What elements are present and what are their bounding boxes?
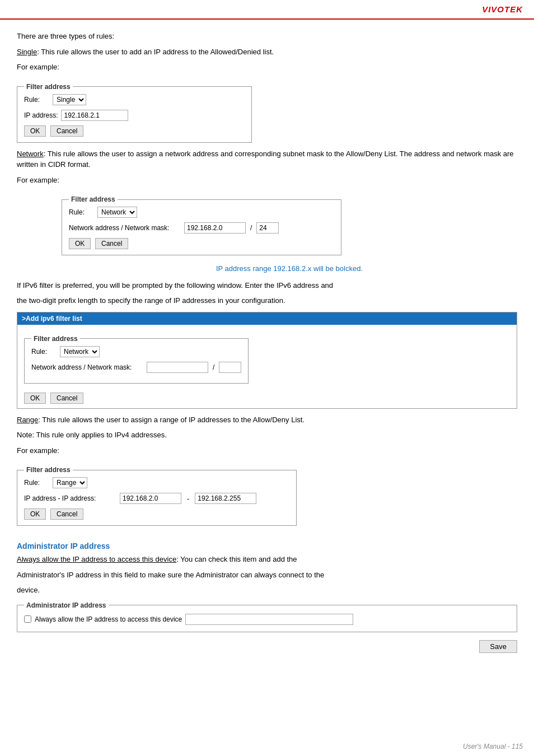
ipv6-slash: / [213,363,214,371]
intro-for-example: For example: [17,62,517,73]
range-label: Range [17,416,38,424]
ipv6-addr-label: Network address / Network mask: [31,363,143,371]
network-addr-label: Network address / Network mask: [69,224,181,232]
network-desc-para: Network: This rule allows the user to as… [17,148,517,170]
single-cancel-button[interactable]: Cancel [50,125,83,137]
ipv6-btn-row: OK Cancel [24,393,510,404]
network-desc: : This rule allows the user to assign a … [17,150,514,169]
ipv6-rule-row: Rule: Network [31,346,241,357]
range-note-label: Note [17,431,32,439]
range-filter-legend: Filter address [24,466,73,474]
range-ip-row: IP address - IP address: - [24,493,289,504]
intro-line1: There are three types of rules: [17,31,517,42]
admin-checkbox-label: Always allow the IP address to access th… [35,615,182,623]
network-for-example: For example: [17,175,517,186]
ipv6-addr-input[interactable] [147,362,208,373]
single-rule-label: Rule: [24,96,49,104]
save-button[interactable]: Save [479,640,517,653]
range-ok-button[interactable]: OK [24,508,46,520]
ipv6-desc-line1: If IPv6 filter is preferred, you will be… [17,280,517,291]
network-btn-row: OK Cancel [69,238,334,249]
range-ip-to-input[interactable] [195,493,256,504]
network-slash: / [250,224,252,232]
single-ip-row: IP address: [24,110,245,121]
admin-desc-line3: device. [17,585,517,596]
network-addr-input[interactable] [184,222,246,234]
range-note-desc: : This rule only applies to IPv4 address… [32,431,166,439]
network-cancel-button[interactable]: Cancel [95,238,128,249]
network-rule-label: Rule: [69,208,94,216]
single-desc: : This rule allows the user to add an IP… [37,48,274,56]
footer: User's Manual - 115 [463,743,523,750]
network-rule-select[interactable]: Network [97,207,137,218]
range-ip-from-input[interactable] [120,493,181,504]
single-ip-input[interactable] [61,110,128,121]
ipv6-mask-input[interactable] [219,362,241,373]
admin-desc-colon: : You can check this item and add the [176,555,297,563]
brand-logo: VIVOTEK [482,4,523,14]
ipv6-desc-line2: the two-digit prefix length to specify t… [17,295,517,306]
admin-ip-legend: Administrator IP address [24,601,109,609]
network-mask-input[interactable] [256,222,279,234]
range-cancel-button[interactable]: Cancel [50,508,83,520]
ipv6-filter-legend: Filter address [31,335,80,343]
network-ok-button[interactable]: OK [69,238,91,249]
network-addr-row: Network address / Network mask: / [69,222,334,234]
single-filter-box: Filter address Rule: Single IP address: … [17,83,252,143]
range-desc: : This rule allows the user to assign a … [38,416,305,424]
range-rule-row: Rule: Range [24,477,289,488]
range-note-para: Note: This rule only applies to IPv4 add… [17,430,517,441]
range-filter-box: Filter address Rule: Range IP address - … [17,466,297,526]
admin-desc-para: Always allow the IP address to access th… [17,554,517,565]
single-rule-select[interactable]: Single [53,94,86,105]
network-filter-box: Filter address Rule: Network Network add… [62,195,341,255]
single-ip-label: IP address: [24,111,58,119]
header: VIVOTEK [0,0,534,20]
single-rule-row: Rule: Single [24,94,245,105]
range-rule-label: Rule: [24,479,49,487]
intro-single-desc: Single: This rule allows the user to add… [17,46,517,58]
network-label: Network [17,150,44,158]
ipv6-bar: >Add ipv6 filter list [17,312,517,325]
admin-desc-line2: Administrator's IP address in this field… [17,570,517,581]
ipv6-section: >Add ipv6 filter list Filter address Rul… [17,312,517,409]
range-desc-para: Range: This rule allows the user to assi… [17,414,517,426]
admin-ip-box: Administrator IP address Always allow th… [17,601,517,632]
range-for-example: For example: [17,445,517,456]
admin-always-checkbox[interactable] [24,615,31,623]
ipv6-filter-box: Filter address Rule: Network Network add… [24,335,249,384]
network-rule-row: Rule: Network [69,207,334,218]
admin-ip-text-input[interactable] [185,614,353,625]
range-dash: - [187,494,189,503]
network-example-label: For example: [17,176,59,184]
admin-section-title: Administrator IP address [17,542,517,550]
admin-always-label: Always allow the IP address to access th… [17,555,176,563]
ipv6-cancel-button[interactable]: Cancel [50,393,83,404]
single-label: Single [17,48,37,56]
ipv6-rule-label: Rule: [31,348,57,356]
network-filter-indented: Filter address Rule: Network Network add… [62,190,517,274]
range-btn-row: OK Cancel [24,508,289,520]
ipv6-ok-button[interactable]: OK [24,393,46,404]
save-row: Save [17,640,517,653]
footer-text: User's Manual - 115 [463,743,523,750]
single-btn-row: OK Cancel [24,125,245,137]
single-ok-button[interactable]: OK [24,125,46,137]
range-rule-select[interactable]: Range [53,477,87,488]
admin-checkbox-row: Always allow the IP address to access th… [24,614,510,625]
main-content: There are three types of rules: Single: … [0,20,534,675]
single-filter-legend: Filter address [24,83,73,91]
range-ip-label: IP address - IP address: [24,494,116,502]
ipv6-rule-select[interactable]: Network [60,346,100,357]
ipv6-inner: Filter address Rule: Network Network add… [17,325,517,408]
network-filter-legend: Filter address [69,195,118,203]
ipv6-addr-row: Network address / Network mask: / [31,362,241,373]
ip-range-note: IP address range 192.168.2.x will be bol… [62,263,517,274]
